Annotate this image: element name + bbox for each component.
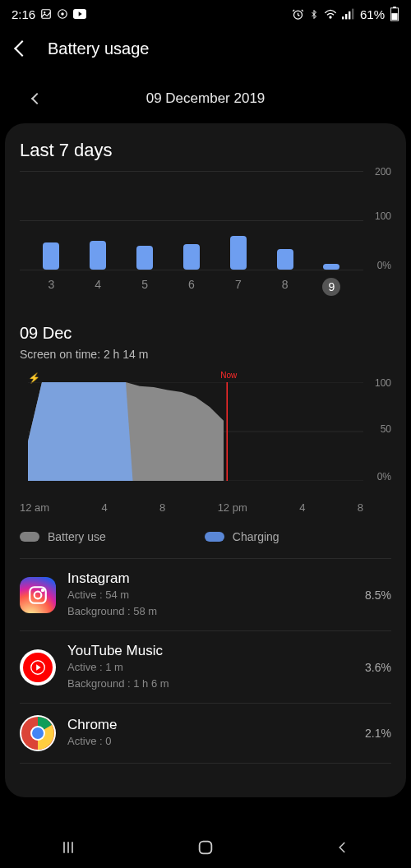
bar-day-4[interactable]: [81, 241, 114, 270]
bluetooth-icon: [309, 8, 319, 21]
date-label: 09 December 2019: [146, 90, 266, 107]
xlabel[interactable]: 6: [175, 278, 208, 296]
alarm-icon: [292, 8, 304, 21]
day-battery-chart[interactable]: ⚡ Now 100 50 0% 12 am4812 pm48: [20, 374, 391, 514]
ytick: 0%: [377, 471, 391, 482]
app-name: YouTube Music: [67, 643, 353, 659]
app-row-ytmusic[interactable]: YouTube MusicActive : 1 mBackground : 1 …: [20, 631, 391, 704]
bar-day-9[interactable]: [315, 264, 348, 270]
app-info: ChromeActive : 0: [67, 717, 353, 750]
app-info: YouTube MusicActive : 1 mBackground : 1 …: [67, 643, 353, 691]
back-button[interactable]: [13, 38, 31, 59]
day-title: 09 Dec: [20, 324, 391, 343]
svg-point-6: [330, 16, 331, 18]
app-usage-list: InstagramActive : 54 mBackground : 58 m8…: [20, 558, 391, 764]
circle-icon: [57, 8, 68, 20]
battery-icon: [390, 7, 399, 21]
screen-on-time: Screen on time: 2 h 14 m: [20, 348, 391, 361]
ytick: 100: [375, 377, 391, 389]
svg-point-1: [44, 12, 45, 13]
app-active: Active : 1 m: [67, 659, 353, 676]
svg-point-19: [35, 591, 42, 598]
xlabel[interactable]: 3: [35, 278, 67, 296]
xlabel[interactable]: 8: [269, 278, 302, 296]
battery-pct: 61%: [360, 7, 385, 21]
svg-rect-8: [345, 14, 347, 19]
app-pct: 8.5%: [365, 589, 391, 602]
app-row-instagram[interactable]: InstagramActive : 54 mBackground : 58 m8…: [20, 559, 391, 631]
system-navbar: [0, 827, 411, 868]
page-title: Battery usage: [48, 39, 149, 58]
bar-day-8[interactable]: [269, 249, 302, 270]
app-background: Background : 58 m: [67, 603, 353, 620]
app-pct: 2.1%: [365, 727, 391, 740]
legend-swatch-charging: [205, 532, 224, 542]
svg-rect-9: [349, 12, 350, 20]
svg-rect-28: [200, 842, 212, 854]
xtick: 12 am: [20, 501, 49, 514]
wifi-icon: [324, 8, 337, 20]
xtick: 8: [159, 501, 165, 514]
bar-day-5[interactable]: [128, 246, 161, 270]
instagram-icon: [20, 577, 56, 613]
status-bar: 2:16 61%: [0, 0, 411, 28]
xlabel[interactable]: 9: [322, 278, 340, 296]
bar-day-6[interactable]: [175, 244, 208, 270]
ytick: 200: [375, 166, 391, 178]
date-navigation: 09 December 2019: [0, 72, 411, 120]
now-label: Now: [220, 371, 237, 380]
signal-icon: [342, 8, 355, 20]
app-name: Chrome: [67, 717, 353, 733]
app-active: Active : 0: [67, 733, 353, 750]
legend-label-use: Battery use: [48, 530, 106, 543]
back-nav-button[interactable]: [318, 835, 367, 860]
app-header: Battery usage: [0, 28, 411, 72]
last7-chart[interactable]: 200 100 0% 3456789: [20, 171, 391, 302]
ytmusic-icon: [20, 649, 56, 686]
svg-point-24: [32, 727, 44, 739]
legend-swatch-use: [20, 532, 39, 542]
legend-label-charging: Charging: [233, 530, 279, 543]
bar-day-7[interactable]: [222, 236, 255, 270]
svg-rect-13: [391, 13, 397, 20]
main-card: Last 7 days 200 100 0% 3456789 09 Dec Sc…: [5, 123, 406, 797]
date-prev-button[interactable]: [31, 93, 43, 104]
section-last7-title: Last 7 days: [20, 140, 391, 161]
ytick: 50: [381, 423, 391, 435]
chevron-left-icon: [14, 40, 30, 57]
app-active: Active : 54 m: [67, 587, 353, 603]
app-pct: 3.6%: [365, 661, 391, 674]
xtick: 4: [101, 501, 107, 514]
app-info: InstagramActive : 54 mBackground : 58 m: [67, 570, 353, 619]
ytick: 100: [375, 210, 391, 222]
xtick: 4: [299, 501, 305, 514]
xlabel[interactable]: 5: [128, 278, 161, 296]
chart-legend: Battery use Charging: [20, 524, 391, 558]
recents-button[interactable]: [44, 835, 93, 860]
svg-rect-7: [342, 16, 344, 19]
svg-rect-10: [352, 9, 353, 20]
app-background: Background : 1 h 6 m: [67, 676, 353, 692]
xlabel[interactable]: 7: [222, 278, 255, 296]
svg-point-3: [61, 12, 64, 16]
app-name: Instagram: [67, 570, 353, 587]
home-button[interactable]: [181, 835, 230, 860]
xlabel[interactable]: 4: [81, 278, 114, 296]
chrome-icon: [20, 715, 56, 751]
youtube-icon: [73, 9, 86, 19]
bar-day-3[interactable]: [35, 242, 67, 270]
xtick: 8: [358, 501, 363, 514]
ytick: 0%: [377, 260, 391, 271]
status-time: 2:16: [12, 7, 35, 21]
xtick: 12 pm: [218, 501, 247, 514]
image-icon: [40, 8, 52, 20]
app-row-chrome[interactable]: ChromeActive : 02.1%: [20, 704, 391, 764]
svg-point-20: [42, 589, 44, 590]
